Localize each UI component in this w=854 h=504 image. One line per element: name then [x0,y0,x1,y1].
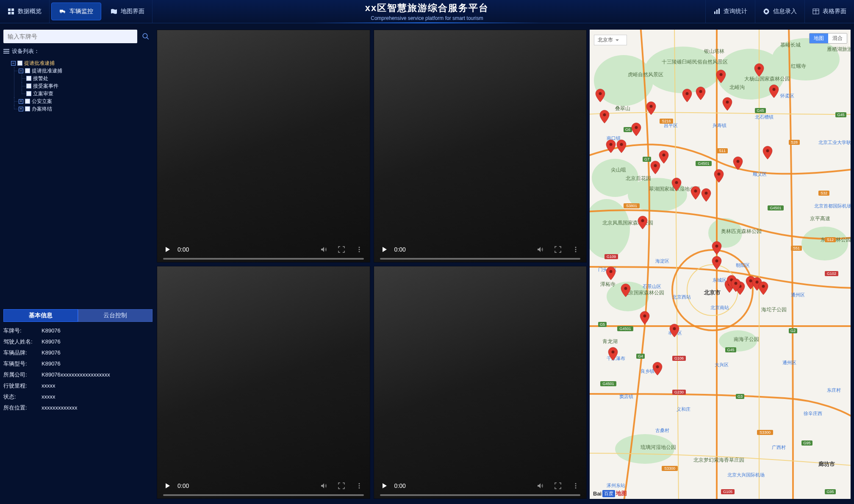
map-place-label: 北石槽镇 [755,114,774,119]
file-icon [26,91,31,96]
svg-rect-3 [11,12,14,14]
fullscreen-button[interactable] [337,245,346,254]
tree-expand-icon[interactable]: − [19,69,23,73]
more-button[interactable] [571,245,580,254]
map-place-label: 琉璃河湿地公园 [640,444,676,450]
more-button[interactable] [355,245,364,254]
volume-icon [537,482,543,489]
video-tile-3[interactable]: 0:00 [157,266,370,499]
info-value: K89076 [42,347,152,358]
table-icon [812,8,819,15]
tree-label: 接受案事件 [33,82,58,90]
svg-point-77 [610,143,613,146]
info-label: 状态: [3,391,42,402]
tree-collapse-icon[interactable]: + [19,107,23,111]
svg-point-16 [358,247,360,248]
svg-point-17 [358,249,360,250]
fullscreen-button[interactable] [553,481,563,490]
nav-table-ui[interactable]: 表格界面 [804,0,854,23]
video-tile-4[interactable]: 0:00 [374,266,587,499]
fullscreen-button[interactable] [337,481,346,490]
play-button[interactable] [163,245,172,254]
play-button[interactable] [163,481,172,490]
map-place-label: 大兴区 [715,362,729,367]
tree-node[interactable]: + 办案终结 [19,105,152,113]
map-place-label: 海坨子公园 [761,307,787,313]
nav-query-stats[interactable]: 查询统计 [705,0,755,23]
map-road-shield: G2 [790,329,796,333]
map-road-shield: G95 [826,490,834,494]
plate-search-input[interactable] [3,30,137,43]
video-scrubber[interactable] [163,258,364,260]
mute-button[interactable] [535,245,545,254]
app-subtitle: Comprehensive service platform for smart… [262,15,592,21]
tab-ptz-control[interactable]: 云台控制 [78,309,152,322]
map-road-shield: G109 [607,255,616,259]
nav-map-ui[interactable]: 地图界面 [103,0,152,23]
svg-point-108 [756,281,759,284]
mute-button[interactable] [319,245,328,254]
logo-box: 百度 [602,490,615,497]
tree-collapse-icon[interactable]: + [19,99,23,104]
svg-point-87 [758,67,761,70]
video-controls: 0:00 [374,237,587,262]
tree-leaf[interactable]: 立案审查 [26,90,152,97]
tree-leaf[interactable]: 接受案事件 [26,82,152,90]
tree-label: 办案终结 [32,105,52,113]
tree-expand-icon[interactable]: − [11,61,16,66]
video-controls: 0:00 [374,473,587,498]
tree-node[interactable]: + 公安立案 [19,97,152,105]
map-road-shield: S3801 [626,204,637,208]
map-type-map[interactable]: 地图 [810,33,828,43]
svg-point-80 [650,105,653,108]
tab-basic-info[interactable]: 基本信息 [3,309,78,322]
map-place-label: 廊坊市 [818,461,835,467]
video-tile-2[interactable]: 0:00 [374,30,587,263]
stats-icon [713,8,720,15]
fullscreen-button[interactable] [553,245,563,254]
tree-leaf[interactable]: 接警处 [26,75,152,82]
nav-data-overview[interactable]: 数据概览 [0,0,50,23]
map-city-label: 北京市 [704,289,721,296]
play-button[interactable] [380,245,389,254]
left-sidebar: 设备列表： − 提请批准逮捕 − 提请批准逮捕 [3,30,152,496]
svg-marker-15 [166,247,170,252]
nav-vehicle-monitor[interactable]: 车辆监控 [51,3,101,20]
more-vert-icon [572,482,579,489]
map-road-shield: G4501 [602,382,614,386]
tree-node[interactable]: − 提请批准逮捕 [19,67,152,75]
map-city-selector[interactable]: 北京市 [594,35,627,45]
map-road-shield: G4501 [619,327,631,331]
video-controls: 0:00 [157,473,370,498]
map-canvas[interactable]: 北京市 叠翠山虎峪自然风景区十三陵碓臼峪民俗自然风景区北峪沟银山塔林红螺寺慕峪长… [590,30,851,499]
mute-button[interactable] [535,481,545,490]
video-scrubber[interactable] [163,494,364,496]
video-scrubber[interactable] [380,494,581,496]
svg-point-25 [358,485,360,487]
video-time: 0:00 [177,246,189,253]
search-button[interactable] [139,30,152,43]
svg-point-101 [715,245,718,248]
file-icon [26,76,31,81]
map-type-toggle: 地图 混合 [809,33,847,44]
info-label: 驾驶人姓名: [3,336,42,347]
map-place-label: 北京大兴国际机场 [727,472,765,477]
video-tile-1[interactable]: 0:00 [157,30,370,263]
map-panel[interactable]: 北京市 叠翠山虎峪自然风景区十三陵碓臼峪民俗自然风景区北峪沟银山塔林红螺寺慕峪长… [590,30,851,499]
play-button[interactable] [380,481,389,490]
header-nav-left: 数据概览 车辆监控 地图界面 [0,0,152,23]
info-label: 所属公司: [3,369,42,380]
map-icon [111,8,117,15]
more-button[interactable] [355,481,364,490]
tree-node-root[interactable]: − 提请批准逮捕 [11,59,152,67]
play-icon [164,482,171,489]
svg-marker-27 [383,483,387,488]
svg-line-11 [147,37,149,39]
map-road-shield: G7 [644,157,649,161]
video-scrubber[interactable] [380,258,581,260]
map-type-hybrid[interactable]: 混合 [828,33,847,43]
nav-info-entry[interactable]: 信息录入 [755,0,804,23]
mute-button[interactable] [319,481,328,490]
more-button[interactable] [571,481,580,490]
volume-icon [320,482,327,489]
